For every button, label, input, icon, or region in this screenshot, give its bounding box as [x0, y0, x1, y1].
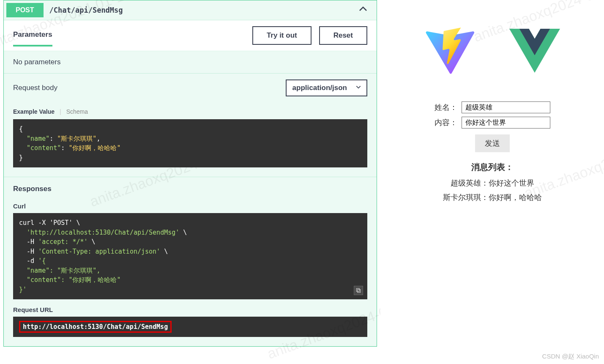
content-type-select[interactable]: application/json [286, 79, 367, 96]
content-input[interactable] [462, 117, 550, 129]
app-panel: anita.zhaoxq2024-01-12 15:03 anita.zhaox… [380, 0, 604, 364]
tab-schema[interactable]: Schema [66, 108, 88, 115]
message-list-title: 消息列表： [471, 161, 514, 173]
request-url-title: Request URL [13, 306, 367, 313]
svg-rect-0 [358, 290, 361, 293]
request-url-value: http://localhost:5130/Chat/api/SendMsg [19, 321, 172, 333]
watermark-text: anita.zhaoxq2024-01-12 15:03 [522, 119, 604, 201]
vue-logo-icon [509, 25, 560, 76]
request-body-header: Request body application/json [4, 73, 377, 102]
name-input[interactable] [462, 101, 550, 113]
csdn-watermark: CSDN @赵 XiaoQin [542, 353, 599, 361]
svg-rect-1 [356, 288, 359, 291]
vite-logo-icon [425, 25, 476, 76]
chevron-down-icon [355, 84, 361, 92]
request-url-block[interactable]: http://localhost:5130/Chat/api/SendMsg [13, 317, 367, 337]
tab-parameters[interactable]: Parameters [13, 30, 52, 47]
api-path: /Chat/api/SendMsg [49, 6, 358, 14]
responses-title: Responses [13, 185, 52, 193]
chevron-up-icon[interactable] [358, 4, 368, 16]
request-body-title: Request body [13, 84, 57, 92]
reset-button[interactable]: Reset [319, 26, 367, 45]
swagger-opblock: POST /Chat/api/SendMsg Parameters Try it… [3, 0, 377, 347]
example-json-block[interactable]: { "name": "斯卡尔琪琪", "content": "你好啊，哈哈哈" … [13, 119, 367, 167]
name-row: 姓名： [435, 101, 550, 113]
content-label: 内容： [435, 118, 457, 128]
send-button[interactable]: 发送 [475, 134, 510, 152]
tab-example-value[interactable]: Example Value [13, 108, 55, 115]
message-item: 斯卡尔琪琪：你好啊，哈哈哈 [443, 192, 542, 203]
method-badge: POST [6, 3, 44, 17]
content-type-value: application/json [292, 84, 347, 92]
parameters-header: Parameters Try it out Reset [4, 20, 377, 51]
name-label: 姓名： [435, 102, 457, 112]
curl-title: Curl [13, 203, 367, 210]
swagger-panel: anita.zhaoxq2024-01-12 15:03 anita.zhaox… [0, 0, 380, 364]
curl-section: Curl curl -X 'POST' \ 'http://localhost:… [4, 201, 377, 346]
example-section: Example Value | Schema { "name": "斯卡尔琪琪"… [4, 102, 377, 177]
no-parameters-text: No parameters [4, 51, 377, 73]
logos-row [425, 25, 560, 76]
content-row: 内容： [435, 117, 550, 129]
message-item: 超级英雄：你好这个世界 [451, 178, 534, 188]
responses-header: Responses [4, 177, 377, 201]
tab-divider: | [60, 108, 61, 115]
curl-code-block[interactable]: curl -X 'POST' \ 'http://localhost:5130/… [13, 213, 367, 299]
try-it-out-button[interactable]: Try it out [252, 26, 312, 45]
copy-icon[interactable] [354, 286, 363, 295]
opblock-summary[interactable]: POST /Chat/api/SendMsg [4, 0, 377, 20]
